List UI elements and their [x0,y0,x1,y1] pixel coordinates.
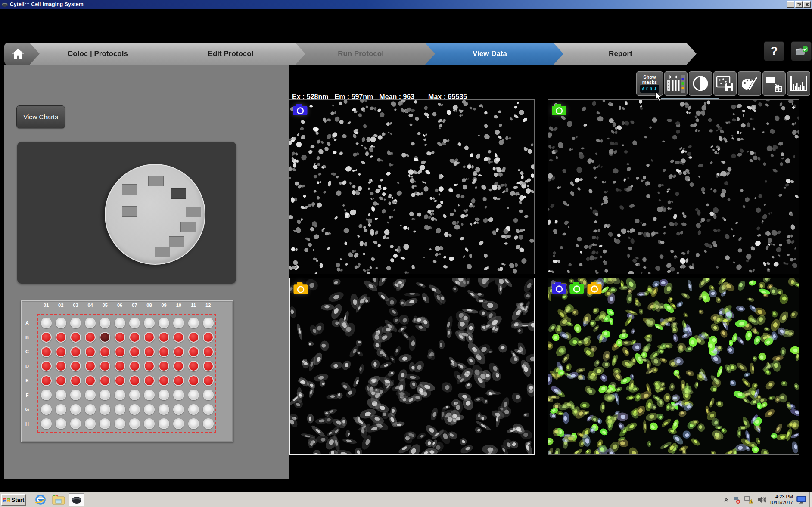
well-D08[interactable] [144,361,155,371]
well-B04[interactable] [85,332,96,343]
annotate-button[interactable] [738,71,761,96]
well-A06[interactable] [115,318,125,328]
well-C10[interactable] [173,346,184,357]
cytell-app-taskbar-button[interactable] [69,493,84,506]
well-D11[interactable] [188,361,199,371]
display-tray-icon[interactable] [796,496,806,504]
well-A10[interactable] [173,318,184,328]
minimize-button[interactable] [787,1,794,8]
image-panel-green[interactable] [548,99,799,274]
well-A05[interactable] [100,318,110,328]
well-B06[interactable] [115,332,125,343]
scan-field-4[interactable] [122,206,137,217]
well-B09[interactable] [159,332,169,343]
tab-edit-protocol[interactable]: Edit Protocol [165,43,305,65]
scan-field-7[interactable] [169,236,184,247]
image-panel-yellow[interactable] [289,278,535,455]
well-F11[interactable] [188,390,199,400]
well-B03[interactable] [70,332,81,343]
well-H11[interactable] [188,418,199,429]
tab-coloc-protocols[interactable]: Coloc | Protocols [29,43,175,65]
well-B11[interactable] [188,332,199,343]
scan-field-3-selected[interactable] [171,188,186,199]
well-B12[interactable] [203,332,214,343]
well-F12[interactable] [203,390,214,400]
well-E05[interactable] [100,375,110,386]
well-F08[interactable] [144,390,155,400]
well-G09[interactable] [159,404,169,415]
histogram-button[interactable] [787,71,810,96]
well-D01[interactable] [41,361,52,371]
file-explorer-icon[interactable] [51,493,66,506]
well-G05[interactable] [100,404,110,415]
well-B07[interactable] [129,332,140,343]
image-panel-composite[interactable] [548,278,799,455]
well-D09[interactable] [159,361,169,371]
well-F06[interactable] [115,390,125,400]
well-D03[interactable] [70,361,81,371]
well-A01[interactable] [41,318,52,328]
well-D04[interactable] [85,361,96,371]
well-E09[interactable] [159,375,169,386]
scan-field-6[interactable] [180,222,196,232]
export-layout-button[interactable] [762,71,786,96]
scan-field-8[interactable] [155,247,170,257]
contrast-button[interactable] [689,71,712,96]
well-D12[interactable] [203,361,214,371]
well-E11[interactable] [188,375,199,386]
well-F01[interactable] [41,390,52,400]
well-G03[interactable] [70,404,81,415]
well-G08[interactable] [144,404,155,415]
tray-expand-icon[interactable] [724,497,729,502]
well-E04[interactable] [85,375,96,386]
well-D06[interactable] [115,361,125,371]
channel-display-button[interactable] [664,71,688,96]
well-F09[interactable] [159,390,169,400]
well-H09[interactable] [159,418,169,429]
well-E10[interactable] [173,375,184,386]
well-C11[interactable] [188,346,199,357]
scan-field-2[interactable] [122,184,137,195]
well-E06[interactable] [115,375,125,386]
well-A04[interactable] [85,318,96,328]
well-A12[interactable] [203,318,214,328]
restore-button[interactable] [795,1,803,8]
tab-view-data[interactable]: View Data [425,43,563,65]
well-C04[interactable] [85,346,96,357]
well-G07[interactable] [129,404,140,415]
well-C02[interactable] [56,346,66,357]
well-B02[interactable] [56,332,66,343]
show-desktop-button[interactable] [809,492,812,507]
well-A03[interactable] [70,318,81,328]
save-image-button[interactable] [713,71,737,96]
well-F07[interactable] [129,390,140,400]
well-F04[interactable] [85,390,96,400]
well-G01[interactable] [41,404,52,415]
well-E02[interactable] [56,375,66,386]
scan-field-1[interactable] [148,176,164,186]
well-H02[interactable] [56,418,66,429]
well-C12[interactable] [203,346,214,357]
network-status-icon[interactable] [744,495,754,504]
well-A11[interactable] [188,318,199,328]
image-panel-blue[interactable] [289,99,535,274]
tab-report[interactable]: Report [553,43,697,65]
well-C06[interactable] [115,346,125,357]
well-E03[interactable] [70,375,81,386]
well-C01[interactable] [41,346,52,357]
help-button[interactable]: ? [764,41,784,61]
start-button[interactable]: Start [1,494,26,506]
well-B01[interactable] [41,332,52,343]
view-charts-button[interactable]: View Charts [16,105,65,128]
well-G11[interactable] [188,404,199,415]
well-E08[interactable] [144,375,155,386]
well-D02[interactable] [56,361,66,371]
well-E07[interactable] [129,375,140,386]
well-A08[interactable] [144,318,155,328]
close-button[interactable] [803,1,811,8]
volume-icon[interactable] [757,496,766,504]
well-G10[interactable] [173,404,184,415]
well-C07[interactable] [129,346,140,357]
tray-clock[interactable]: 4:23 PM 10/05/2017 [769,494,793,505]
well-C08[interactable] [144,346,155,357]
